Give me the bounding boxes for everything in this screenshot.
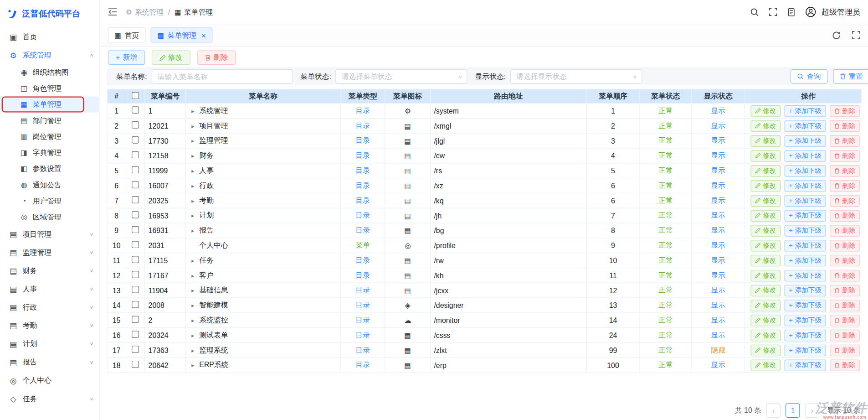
row-add-child-button[interactable]: +添加下级	[785, 195, 826, 207]
row-add-child-button[interactable]: +添加下级	[785, 210, 826, 222]
row-delete-button[interactable]: 删除	[830, 105, 860, 117]
row-delete-button[interactable]: 删除	[830, 329, 860, 341]
row-checkbox[interactable]	[132, 211, 139, 218]
caret-right-icon[interactable]: ▸	[191, 153, 199, 159]
row-checkbox[interactable]	[132, 286, 139, 293]
expand-view-icon[interactable]	[852, 31, 860, 39]
add-button[interactable]: + 新增	[108, 51, 145, 65]
row-checkbox[interactable]	[132, 361, 139, 368]
row-add-child-button[interactable]: +添加下级	[785, 300, 826, 311]
close-icon[interactable]: ×	[201, 31, 206, 39]
row-delete-button[interactable]: 删除	[830, 135, 860, 147]
row-edit-button[interactable]: 修改	[750, 329, 781, 341]
row-edit-button[interactable]: 修改	[750, 300, 781, 311]
caret-right-icon[interactable]: ▸	[191, 213, 199, 219]
prev-page-button[interactable]: ‹	[766, 403, 781, 418]
row-delete-button[interactable]: 删除	[830, 239, 860, 251]
select-all-checkbox[interactable]	[132, 92, 139, 99]
breadcrumb-parent[interactable]: ⚙ 系统管理	[126, 7, 164, 17]
app-logo[interactable]: 泛普低代码平台	[0, 0, 99, 28]
row-delete-button[interactable]: 删除	[830, 359, 860, 371]
tab[interactable]: ▦菜单管理×	[151, 27, 212, 43]
row-add-child-button[interactable]: +添加下级	[785, 180, 826, 192]
caret-right-icon[interactable]: ▸	[191, 108, 199, 114]
row-checkbox[interactable]	[132, 316, 139, 323]
sidebar-subitem[interactable]: ◧参数设置	[0, 161, 99, 176]
row-checkbox[interactable]	[132, 346, 139, 353]
row-checkbox[interactable]	[132, 226, 139, 233]
row-checkbox[interactable]	[132, 136, 139, 144]
sidebar-subitem[interactable]: ◍通知公告	[0, 177, 99, 193]
row-delete-button[interactable]: 删除	[830, 225, 860, 237]
caret-right-icon[interactable]: ▸	[191, 332, 199, 338]
sidebar-item[interactable]: ▤计划∨	[0, 335, 99, 353]
row-checkbox[interactable]	[132, 121, 139, 129]
caret-right-icon[interactable]: ▸	[191, 228, 199, 233]
collapse-sidebar-icon[interactable]	[108, 8, 118, 16]
search-icon[interactable]	[750, 7, 759, 16]
row-add-child-button[interactable]: +添加下级	[785, 344, 826, 356]
row-checkbox[interactable]	[132, 181, 139, 188]
row-delete-button[interactable]: 删除	[830, 285, 860, 296]
row-delete-button[interactable]: 删除	[830, 300, 860, 311]
row-delete-button[interactable]: 删除	[830, 210, 860, 222]
next-page-button[interactable]: ›	[805, 403, 820, 418]
avatar[interactable]	[806, 7, 816, 17]
sidebar-item[interactable]: ▤人事∨	[0, 280, 99, 298]
row-add-child-button[interactable]: +添加下级	[785, 359, 826, 371]
row-add-child-button[interactable]: +添加下级	[785, 329, 826, 341]
row-delete-button[interactable]: 删除	[830, 180, 860, 192]
row-checkbox[interactable]	[132, 241, 139, 248]
row-add-child-button[interactable]: +添加下级	[785, 105, 826, 117]
sidebar-item[interactable]: ▣首页	[0, 28, 99, 46]
row-delete-button[interactable]: 删除	[830, 195, 860, 207]
caret-right-icon[interactable]: ▸	[191, 168, 199, 174]
row-edit-button[interactable]: 修改	[750, 225, 781, 237]
sidebar-subitem[interactable]: ▥岗位管理	[0, 129, 99, 145]
sidebar-item[interactable]: ▤财务∨	[0, 261, 99, 280]
sidebar-subitem[interactable]: ◨字典管理	[0, 145, 99, 161]
sidebar-subitem[interactable]: ▦菜单管理	[0, 96, 99, 112]
display-status-select[interactable]: 请选择显示状态 ∨	[510, 69, 642, 84]
sidebar-subitem[interactable]: ▤部门管理	[0, 113, 99, 129]
caret-right-icon[interactable]: ▸	[191, 288, 199, 294]
sidebar-subitem[interactable]: ◎区域管理	[0, 209, 99, 225]
row-edit-button[interactable]: 修改	[750, 359, 781, 371]
tab[interactable]: ▣首页	[108, 27, 146, 43]
row-add-child-button[interactable]: +添加下级	[785, 150, 826, 162]
caret-right-icon[interactable]: ▸	[191, 302, 199, 308]
caret-right-icon[interactable]: ▸	[191, 198, 199, 204]
row-edit-button[interactable]: 修改	[750, 314, 781, 326]
row-add-child-button[interactable]: +添加下级	[785, 314, 826, 326]
row-add-child-button[interactable]: +添加下级	[785, 165, 826, 176]
row-edit-button[interactable]: 修改	[750, 270, 781, 281]
row-delete-button[interactable]: 删除	[830, 270, 860, 281]
row-delete-button[interactable]: 删除	[830, 314, 860, 326]
row-edit-button[interactable]: 修改	[750, 239, 781, 251]
sidebar-subitem[interactable]: ◉组织结构图	[0, 64, 99, 80]
row-checkbox[interactable]	[132, 301, 139, 308]
document-icon[interactable]	[787, 7, 796, 16]
row-edit-button[interactable]: 修改	[750, 150, 781, 162]
sidebar-item[interactable]: ▤监理管理∨	[0, 243, 99, 261]
row-edit-button[interactable]: 修改	[750, 195, 781, 207]
row-delete-button[interactable]: 删除	[830, 120, 860, 132]
caret-right-icon[interactable]: ▸	[191, 273, 199, 279]
row-checkbox[interactable]	[132, 256, 139, 263]
sidebar-subitem[interactable]: ◫角色管理	[0, 80, 99, 96]
edit-button[interactable]: 修改	[151, 51, 190, 65]
row-add-child-button[interactable]: +添加下级	[785, 239, 826, 251]
caret-right-icon[interactable]: ▸	[191, 347, 199, 353]
sidebar-item[interactable]: ▤考勤∨	[0, 316, 99, 335]
row-edit-button[interactable]: 修改	[750, 344, 781, 356]
row-checkbox[interactable]	[132, 331, 139, 338]
row-delete-button[interactable]: 删除	[830, 165, 860, 176]
row-edit-button[interactable]: 修改	[750, 210, 781, 222]
caret-right-icon[interactable]: ▸	[191, 363, 199, 368]
sidebar-item[interactable]: ⚙系统管理∧	[0, 46, 99, 64]
row-edit-button[interactable]: 修改	[750, 180, 781, 192]
row-add-child-button[interactable]: +添加下级	[785, 120, 826, 132]
row-edit-button[interactable]: 修改	[750, 285, 781, 296]
row-add-child-button[interactable]: +添加下级	[785, 225, 826, 237]
row-checkbox[interactable]	[132, 166, 139, 173]
